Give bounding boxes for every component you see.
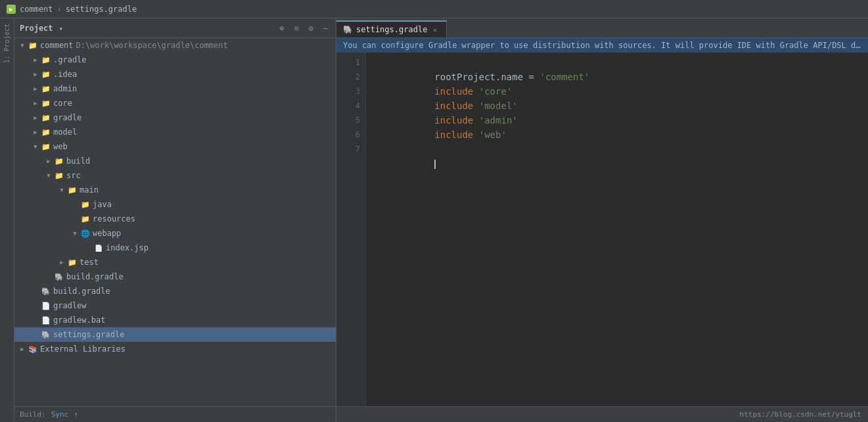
icon-folder-idea: 📁 [41, 69, 51, 80]
text-cursor [434, 160, 436, 169]
label-idea: .idea [53, 70, 77, 79]
tree-item-model[interactable]: ▶ 📁 model [14, 125, 336, 139]
icon-folder-core: 📁 [41, 98, 51, 108]
label-build: build [66, 156, 90, 166]
code-token: include [434, 115, 473, 126]
icon-folder-webapp: 🌐 [80, 228, 91, 239]
label-main: main [80, 185, 99, 195]
code-content[interactable]: rootProject.name = 'comment' include 'co… [366, 53, 868, 406]
arrow-build: ▶ [43, 156, 54, 166]
code-token: 'web' [479, 129, 507, 140]
label-settings-gradle: settings.gradle [53, 330, 124, 339]
tree-item-idea[interactable]: ▶ 📁 .idea [14, 67, 336, 82]
label-web: web [53, 142, 68, 151]
tree-item-core[interactable]: ▶ 📁 core [14, 96, 336, 110]
tree-item-settings-gradle[interactable]: ▶ 🐘 settings.gradle [14, 327, 336, 342]
tree-item-root-build-gradle[interactable]: ▶ 🐘 build.gradle [14, 284, 336, 298]
tree-item-web-build-gradle[interactable]: ▶ 🐘 build.gradle [14, 270, 336, 284]
arrow-idea: ▶ [30, 69, 41, 80]
label-test: test [80, 258, 99, 267]
status-right: https://blog.csdn.net/ytuglt [740, 410, 861, 419]
path-comment: D:\work\workspace\gradle\comment [76, 41, 228, 50]
arrow-core: ▶ [30, 98, 41, 108]
line-num-5: 5 [355, 113, 360, 128]
label-gradle-hidden: .gradle [53, 55, 87, 64]
tree-item-gradle[interactable]: ▶ 📁 gradle [14, 110, 336, 125]
tree-item-resources[interactable]: ▶ 📁 resources [14, 212, 336, 226]
label-external-libraries: External Libraries [40, 344, 126, 354]
editor-area: 🐘 settings.gradle ✕ You can configure Gr… [336, 18, 868, 422]
code-token: include [434, 129, 473, 140]
tree-item-main[interactable]: ▼ 📁 main [14, 183, 336, 197]
locate-icon[interactable]: ⊕ [277, 23, 287, 34]
label-index-jsp: index.jsp [106, 243, 148, 252]
line-num-6: 6 [355, 128, 360, 142]
code-line-1: rootProject.name = 'comment' [379, 55, 868, 70]
code-token [473, 86, 478, 97]
label-gradlew: gradlew [53, 301, 87, 310]
line-num-3: 3 [355, 84, 360, 99]
label-gradlew-bat: gradlew.bat [53, 316, 105, 325]
code-token: 'core' [479, 86, 513, 97]
label-model: model [53, 128, 77, 137]
icon-folder-main: 📁 [67, 185, 78, 195]
sync-arrow: ↑ [74, 410, 78, 419]
icon-folder-model: 📁 [41, 127, 51, 137]
tree-item-gradle-hidden[interactable]: ▶ 📁 .gradle [14, 53, 336, 67]
sync-text[interactable]: Sync [51, 410, 69, 419]
tree-item-comment[interactable]: ▼ 📁 comment D:\work\workspace\gradle\com… [14, 38, 336, 53]
panel-bottom: Build: Sync ↑ [14, 406, 336, 422]
tree-item-test[interactable]: ▶ 📁 test [14, 255, 336, 270]
icon-folder-test: 📁 [67, 257, 78, 268]
arrow-gradle-hidden: ▶ [30, 55, 41, 65]
icon-folder-web: 📁 [41, 141, 51, 152]
icon-folder-src: 📁 [54, 170, 64, 181]
tree-item-index-jsp[interactable]: ▶ 📄 index.jsp [14, 241, 336, 255]
collapse-icon[interactable]: ≋ [291, 23, 302, 34]
tree-item-admin[interactable]: ▶ 📁 admin [14, 82, 336, 96]
tab-icon-settings-gradle: 🐘 [343, 25, 353, 34]
main-layout: 1: Project Project ▾ ⊕ ≋ ⚙ — ▼ 📁 comment… [0, 18, 868, 422]
icon-file-jsp: 📄 [93, 243, 104, 253]
code-token: include [434, 86, 473, 97]
settings-icon[interactable]: ⚙ [306, 23, 316, 34]
icon-folder-build: 📁 [54, 156, 64, 166]
icon-root-build-gradle: 🐘 [41, 286, 51, 296]
tab-bar: 🐘 settings.gradle ✕ [336, 18, 868, 38]
icon-settings-gradle: 🐘 [41, 329, 51, 340]
tree-item-web[interactable]: ▼ 📁 web [14, 139, 336, 154]
label-admin: admin [53, 84, 77, 93]
icon-folder-comment: 📁 [28, 40, 38, 51]
project-title: Project ▾ [20, 24, 273, 33]
code-token: 'admin' [479, 115, 518, 126]
code-line-7 [379, 142, 868, 156]
tree-item-java[interactable]: ▶ 📁 java [14, 197, 336, 212]
title-project-name: comment [20, 5, 53, 14]
tree-item-external-libraries[interactable]: ▶ 📚 External Libraries [14, 342, 336, 356]
line-num-7: 7 [355, 142, 360, 156]
label-comment: comment [40, 41, 74, 50]
code-token: = [523, 72, 539, 82]
label-resources: resources [93, 214, 135, 223]
project-panel: Project ▾ ⊕ ≋ ⚙ — ▼ 📁 comment D:\work\wo… [14, 18, 336, 422]
icon-folder-java: 📁 [80, 199, 91, 210]
sidebar-vertical: 1: Project [0, 18, 14, 422]
line-num-2: 2 [355, 70, 360, 84]
tree-item-build[interactable]: ▶ 📁 build [14, 154, 336, 168]
tree-item-gradlew-bat[interactable]: ▶ 📄 gradlew.bat [14, 313, 336, 327]
icon-folder-admin: 📁 [41, 83, 51, 94]
code-editor[interactable]: 1 2 3 4 5 6 7 rootProject.name = 'commen… [336, 53, 868, 406]
arrow-model: ▶ [30, 127, 41, 137]
arrow-comment: ▼ [17, 40, 28, 51]
icon-folder-gradle-hidden: 📁 [41, 55, 51, 65]
tree-item-gradlew[interactable]: ▶ 📄 gradlew [14, 298, 336, 313]
code-token [473, 129, 478, 140]
arrow-external-libraries: ▶ [17, 344, 28, 354]
tree-item-src[interactable]: ▼ 📁 src [14, 168, 336, 183]
tab-close-settings-gradle[interactable]: ✕ [430, 25, 440, 34]
code-token: .name [495, 72, 523, 82]
code-token [473, 115, 478, 126]
tree-item-webapp[interactable]: ▼ 🌐 webapp [14, 226, 336, 241]
tab-settings-gradle[interactable]: 🐘 settings.gradle ✕ [336, 20, 447, 37]
close-panel-icon[interactable]: — [320, 23, 331, 34]
